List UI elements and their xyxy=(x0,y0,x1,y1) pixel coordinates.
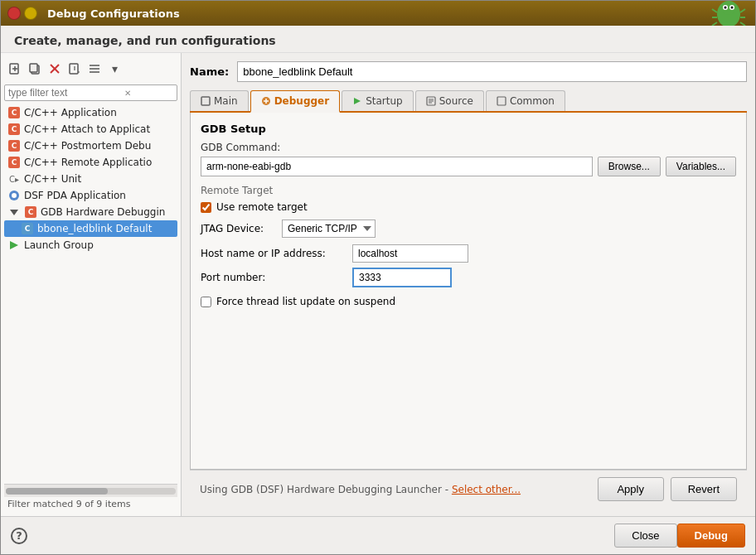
tab-main[interactable]: Main xyxy=(190,90,249,111)
cpp-icon: C xyxy=(7,139,21,152)
tree-arrow-down-icon xyxy=(7,205,21,219)
port-row: Port number: xyxy=(201,268,736,287)
debug-configurations-window: Debug Configurations Create, manage, and xyxy=(0,0,756,555)
port-input[interactable] xyxy=(352,268,452,287)
tab-content-debugger: GDB Setup GDB Command: Browse... Variabl… xyxy=(190,113,747,470)
dsf-icon xyxy=(7,189,21,202)
cpp-icon2: C xyxy=(24,205,37,219)
sidebar-item-cpp-app[interactable]: C C/C++ Application xyxy=(4,104,177,121)
cpp-icon: C xyxy=(7,106,21,119)
port-label: Port number: xyxy=(201,272,346,283)
export-config-button[interactable] xyxy=(65,60,84,78)
startup-tab-icon xyxy=(352,96,362,106)
debugger-tab-icon xyxy=(261,96,271,106)
tab-source[interactable]: Source xyxy=(415,90,484,111)
new-config-button[interactable] xyxy=(6,60,24,78)
bottom-bar: Using GDB (DSF) Hardware Debugging Launc… xyxy=(190,470,747,508)
sidebar-item-dsf-pda[interactable]: DSF PDA Application xyxy=(4,187,177,204)
force-thread-label: Force thread list update on suspend xyxy=(216,296,395,307)
sidebar-item-cpp-unit[interactable]: C▸ C/C++ Unit xyxy=(4,171,177,187)
child-cpp-icon: C xyxy=(21,222,34,235)
gdb-setup-title: GDB Setup xyxy=(201,123,736,135)
titlebar: Debug Configurations xyxy=(1,1,755,26)
tabs-bar: Main Debugger Startup xyxy=(190,90,747,113)
svg-rect-16 xyxy=(30,64,37,72)
jtag-label: JTAG Device: xyxy=(201,223,275,234)
host-label: Host name or IP address: xyxy=(201,248,346,259)
titlebar-buttons xyxy=(7,7,37,20)
delete-config-button[interactable] xyxy=(46,60,64,78)
svg-rect-37 xyxy=(497,97,506,105)
variables-button[interactable]: Variables... xyxy=(666,157,736,176)
main-tab-icon xyxy=(201,96,211,106)
svg-rect-28 xyxy=(201,97,210,105)
duplicate-icon xyxy=(28,62,41,75)
sidebar-item-bbone-default[interactable]: C bbone_ledblink Default xyxy=(4,220,177,237)
filter-status: Filter matched 9 of 9 items xyxy=(4,497,177,511)
svg-rect-19 xyxy=(70,64,78,74)
jtag-device-select[interactable]: Generic TCP/IP xyxy=(282,220,376,238)
sidebar-item-cpp-postmortem[interactable]: C C/C++ Postmortem Debu xyxy=(4,138,177,154)
debug-button[interactable]: Debug xyxy=(677,524,745,548)
remote-target-title: Remote Target xyxy=(201,185,736,196)
svg-point-4 xyxy=(724,6,727,8)
common-tab-icon xyxy=(497,96,506,106)
help-button[interactable]: ? xyxy=(11,528,27,544)
duplicate-config-button[interactable] xyxy=(26,60,44,78)
host-input[interactable] xyxy=(352,244,468,263)
close-button[interactable]: Close xyxy=(614,524,676,548)
new-icon xyxy=(8,62,22,75)
gdb-command-section: GDB Command: Browse... Variables... xyxy=(201,142,736,176)
tab-startup[interactable]: Startup xyxy=(342,90,414,111)
jtag-row: JTAG Device: Generic TCP/IP xyxy=(201,220,736,238)
more-options-button[interactable]: ▾ xyxy=(105,60,124,78)
sidebar-item-cpp-remote[interactable]: C C/C++ Remote Applicatio xyxy=(4,154,177,171)
sidebar-item-launch-group[interactable]: Launch Group xyxy=(4,237,177,253)
source-tab-icon xyxy=(426,96,436,106)
collapse-icon xyxy=(88,62,101,75)
right-panel: Name: Main Debugger xyxy=(182,53,755,516)
select-other-link[interactable]: Select other... xyxy=(452,484,521,495)
svg-line-9 xyxy=(740,9,745,12)
minimize-window-button[interactable] xyxy=(24,7,37,20)
svg-point-26 xyxy=(12,193,17,198)
gdb-command-input[interactable] xyxy=(201,157,593,176)
browse-button[interactable]: Browse... xyxy=(598,157,661,176)
name-row: Name: xyxy=(190,61,747,82)
force-thread-row: Force thread list update on suspend xyxy=(201,296,736,307)
launch-icon xyxy=(7,239,21,252)
name-label: Name: xyxy=(190,65,229,78)
filter-wrapper: ✕ xyxy=(4,84,177,101)
sidebar-toolbar: ▾ xyxy=(4,58,177,80)
name-input[interactable] xyxy=(237,61,747,82)
sidebar-scrollbar[interactable] xyxy=(4,484,177,497)
export-icon xyxy=(68,62,81,75)
close-window-button[interactable] xyxy=(7,7,21,20)
svg-marker-32 xyxy=(354,98,361,104)
main-content: ▾ ✕ C C/C++ Application C C/C++ Attach t… xyxy=(1,53,755,516)
launcher-text: Using GDB (DSF) Hardware Debugging Launc… xyxy=(200,484,591,495)
tab-common[interactable]: Common xyxy=(486,90,565,111)
svg-line-6 xyxy=(712,9,717,12)
filter-input[interactable] xyxy=(8,87,124,99)
apply-button[interactable]: Apply xyxy=(598,477,664,501)
cpp-icon: C xyxy=(7,156,21,169)
window-title: Debug Configurations xyxy=(47,7,180,20)
force-thread-checkbox[interactable] xyxy=(201,297,211,307)
filter-clear-button[interactable]: ✕ xyxy=(124,89,131,98)
delete-icon xyxy=(48,62,61,75)
sidebar-item-cpp-attach[interactable]: C C/C++ Attach to Applicat xyxy=(4,121,177,138)
tab-debugger[interactable]: Debugger xyxy=(250,90,340,113)
use-remote-checkbox[interactable] xyxy=(201,202,211,213)
cpp-icon: C xyxy=(7,123,21,136)
scrollbar-track xyxy=(6,488,176,495)
gdb-command-label: GDB Command: xyxy=(201,142,736,153)
window-subtitle: Create, manage, and run configurations xyxy=(1,26,755,53)
sidebar-item-gdb-hardware[interactable]: C GDB Hardware Debuggin xyxy=(4,204,177,220)
dialog-bottom: ? Close Debug xyxy=(1,516,755,554)
svg-marker-27 xyxy=(10,241,18,249)
revert-button[interactable]: Revert xyxy=(671,477,737,501)
scrollbar-thumb xyxy=(6,488,108,495)
sidebar: ▾ ✕ C C/C++ Application C C/C++ Attach t… xyxy=(1,53,182,516)
collapse-all-button[interactable] xyxy=(85,60,104,78)
